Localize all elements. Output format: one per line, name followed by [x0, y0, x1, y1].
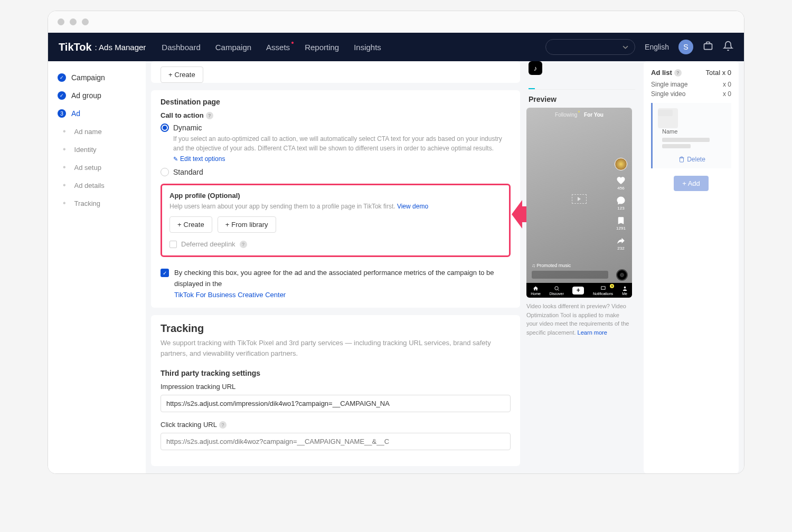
- app-profile-highlight: App profile (Optional) Help users learn …: [161, 184, 511, 257]
- check-icon: ✓: [58, 73, 66, 82]
- impression-url-label: Impression tracking URL: [161, 383, 511, 391]
- ad-thumbnail: [658, 108, 678, 128]
- ad-list-panel: Ad list ? Total x 0 Single image x 0 Sin…: [644, 61, 739, 473]
- single-video-count: x 0: [723, 90, 731, 98]
- agree-text: By checking this box, you agree for the …: [174, 268, 511, 300]
- phone-foryou-tab: For You: [584, 112, 604, 118]
- bell-icon[interactable]: [723, 41, 733, 54]
- sidebar-sub-identity[interactable]: •Identity: [48, 140, 146, 158]
- svg-point-2: [624, 286, 626, 288]
- radio-standard[interactable]: Standard: [161, 168, 511, 176]
- radio-icon: [161, 168, 169, 176]
- logo-subtitle: : Ads Manager: [95, 43, 146, 52]
- radio-icon: [161, 124, 169, 132]
- create-button[interactable]: + Create: [161, 66, 203, 83]
- nav-dashboard[interactable]: Dashboard: [162, 43, 200, 52]
- phone-avatar-icon: [615, 158, 627, 170]
- account-selector[interactable]: [545, 39, 635, 55]
- view-demo-link[interactable]: View demo: [397, 203, 428, 210]
- nav-reporting[interactable]: Reporting: [305, 43, 339, 52]
- click-url-input[interactable]: [161, 433, 511, 450]
- preview-title: Preview: [529, 95, 635, 103]
- add-button[interactable]: + Add: [674, 176, 709, 191]
- sidebar-campaign[interactable]: ✓ Campaign: [48, 69, 146, 87]
- placeholder-bar: [662, 144, 691, 148]
- logo-text: TikTok: [59, 41, 92, 53]
- like-icon: 456: [616, 176, 626, 191]
- dynamic-description: If you select an auto-optimized call to …: [173, 134, 511, 153]
- adlist-item-card[interactable]: Name Delete: [651, 103, 731, 168]
- sidebar-sub-addetails[interactable]: •Ad details: [48, 176, 146, 194]
- check-icon: ✓: [58, 91, 66, 100]
- adlist-total: Total x 0: [706, 69, 731, 77]
- phone-nav-plus: +: [572, 287, 584, 294]
- share-icon: 232: [616, 236, 626, 251]
- phone-nav-notifications: 9 Notifications: [593, 286, 613, 296]
- play-icon: [572, 194, 587, 204]
- help-icon[interactable]: ?: [240, 241, 247, 248]
- chevron-down-icon: [623, 45, 628, 49]
- destination-page-title: Destination page: [161, 98, 511, 106]
- help-icon[interactable]: ?: [206, 112, 213, 119]
- app-profile-description: Help users learn about your app by sendi…: [169, 202, 502, 211]
- single-image-label: Single image: [651, 81, 687, 88]
- adlist-title: Ad list: [651, 69, 672, 77]
- help-icon[interactable]: ?: [674, 69, 682, 77]
- phone-nav-me: Me: [622, 286, 628, 296]
- cta-label: Call to action ?: [161, 111, 511, 119]
- single-image-count: x 0: [723, 81, 731, 88]
- step-number: 3: [58, 109, 66, 118]
- tiktok-app-icon: ♪: [529, 61, 542, 75]
- browser-titlebar: [48, 11, 744, 33]
- language-selector[interactable]: English: [645, 43, 669, 51]
- edit-text-options-link[interactable]: Edit text options: [173, 155, 511, 163]
- app-profile-title: App profile (Optional): [169, 192, 502, 200]
- sidebar-sub-tracking[interactable]: •Tracking: [48, 194, 146, 212]
- tracking-title: Tracking: [161, 322, 511, 335]
- phone-music-label: ♫ Promoted music: [532, 263, 627, 268]
- app-header: TikTok : Ads Manager Dashboard Campaign …: [48, 33, 744, 61]
- sidebar-sub-adname[interactable]: •Ad name: [48, 122, 146, 140]
- preview-tab[interactable]: [529, 77, 535, 89]
- learn-more-link[interactable]: Learn more: [578, 329, 607, 336]
- sidebar-sub-adsetup[interactable]: •Ad setup: [48, 158, 146, 176]
- app-profile-create-button[interactable]: + Create: [169, 216, 212, 233]
- nav-campaign[interactable]: Campaign: [215, 43, 251, 52]
- comment-icon: 123: [616, 196, 626, 211]
- nav-insights[interactable]: Insights: [354, 43, 381, 52]
- checkbox-icon: [169, 241, 177, 248]
- impression-url-input[interactable]: [161, 395, 511, 412]
- sidebar-ad[interactable]: 3 Ad: [48, 104, 146, 122]
- briefcase-icon[interactable]: [703, 41, 713, 54]
- window-dot: [82, 18, 89, 25]
- from-library-button[interactable]: + From library: [218, 216, 276, 233]
- help-icon[interactable]: ?: [219, 421, 227, 429]
- trash-icon: [678, 156, 685, 163]
- sidebar-adgroup[interactable]: ✓ Ad group: [48, 87, 146, 104]
- window-dot: [58, 18, 64, 25]
- tracking-description: We support tracking with TikTok Pixel an…: [161, 338, 511, 358]
- click-url-label: Click tracking URL ?: [161, 421, 511, 429]
- phone-progress-slider: [532, 271, 608, 279]
- preview-note: Video looks different in preview? Video …: [526, 302, 632, 337]
- save-icon: 1291: [616, 216, 626, 231]
- single-video-label: Single video: [651, 90, 685, 98]
- third-party-title: Third party tracking settings: [161, 369, 511, 377]
- agree-checkbox[interactable]: ✓: [161, 269, 169, 277]
- window-dot: [70, 18, 77, 25]
- radio-dynamic[interactable]: Dynamic: [161, 124, 511, 132]
- sidebar: ✓ Campaign ✓ Ad group 3 Ad •Ad name •Ide…: [48, 61, 146, 473]
- disc-icon: [616, 269, 628, 281]
- creative-center-link[interactable]: TikTok For Business Creative Center: [174, 291, 286, 299]
- ad-name-label: Name: [662, 128, 710, 135]
- deferred-deeplink-checkbox[interactable]: Deferred deeplink ?: [169, 240, 502, 248]
- phone-following-tab: Following: [555, 112, 577, 118]
- phone-preview: Following For You 456: [526, 108, 632, 298]
- svg-rect-0: [704, 43, 712, 49]
- user-avatar[interactable]: S: [678, 40, 693, 54]
- delete-button[interactable]: Delete: [658, 156, 726, 163]
- phone-nav-discover: Discover: [550, 286, 564, 296]
- svg-point-1: [554, 286, 558, 289]
- phone-nav-home: Home: [531, 286, 541, 296]
- nav-assets[interactable]: Assets: [266, 43, 290, 52]
